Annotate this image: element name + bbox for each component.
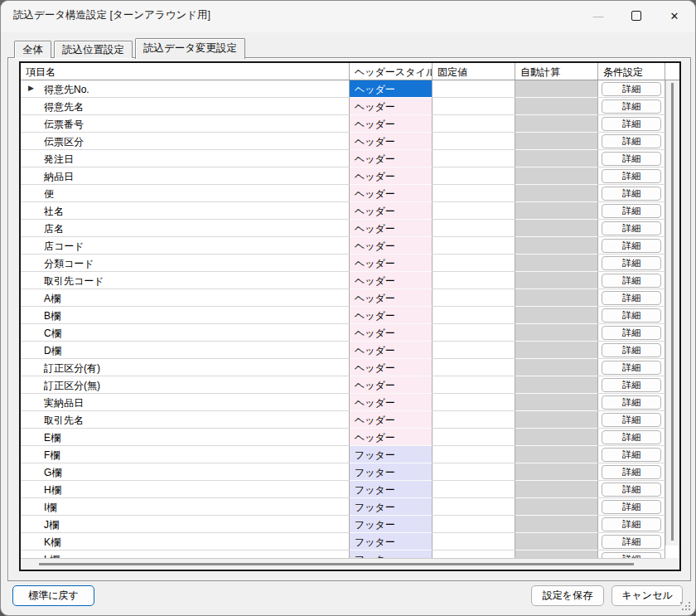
table-row[interactable]: 得意先名 ヘッダー 詳細 (21, 98, 665, 115)
detail-button[interactable]: 詳細 (602, 256, 661, 270)
header-style-cell[interactable]: フッター (350, 516, 433, 533)
fixed-value-cell[interactable] (433, 551, 515, 558)
table-row[interactable]: 取引先名 ヘッダー 詳細 (21, 411, 665, 429)
fixed-value-cell[interactable] (433, 115, 515, 133)
item-name-cell[interactable]: D欄 (21, 342, 350, 359)
item-name-cell[interactable]: 実納品日 (21, 394, 350, 411)
header-style-cell[interactable]: ヘッダー (350, 324, 433, 342)
table-row[interactable]: 発注日 ヘッダー 詳細 (21, 150, 665, 167)
header-style-cell[interactable]: ヘッダー (350, 429, 433, 446)
fixed-value-cell[interactable] (433, 411, 515, 429)
table-row[interactable]: B欄 ヘッダー 詳細 (21, 307, 665, 324)
fixed-value-cell[interactable] (433, 324, 515, 342)
detail-button[interactable]: 詳細 (602, 552, 661, 559)
item-name-cell[interactable]: G欄 (21, 463, 350, 481)
header-style-cell[interactable]: ヘッダー (350, 80, 433, 98)
item-name-cell[interactable]: 店コード (21, 237, 350, 255)
fixed-value-cell[interactable] (433, 533, 515, 551)
detail-button[interactable]: 詳細 (602, 448, 661, 462)
table-row[interactable]: F欄 フッター 詳細 (21, 446, 665, 463)
detail-button[interactable]: 詳細 (602, 134, 661, 148)
item-name-cell[interactable]: K欄 (21, 533, 350, 551)
item-name-cell[interactable]: J欄 (21, 516, 350, 533)
header-style-cell[interactable]: ヘッダー (350, 411, 433, 429)
table-row[interactable]: 店コード ヘッダー 詳細 (21, 237, 665, 255)
detail-button[interactable]: 詳細 (602, 308, 661, 323)
table-row[interactable]: 伝票番号 ヘッダー 詳細 (21, 115, 665, 133)
table-row[interactable]: 訂正区分(無) ヘッダー 詳細 (21, 376, 665, 394)
fixed-value-cell[interactable] (433, 185, 515, 202)
cancel-button[interactable]: キャンセル (611, 585, 683, 606)
fixed-value-cell[interactable] (433, 446, 515, 463)
item-name-cell[interactable]: 便 (21, 185, 350, 202)
item-name-cell[interactable]: 発注日 (21, 150, 350, 167)
table-row[interactable]: 分類コード ヘッダー 詳細 (21, 255, 665, 272)
header-style-cell[interactable]: ヘッダー (350, 272, 433, 289)
save-settings-button[interactable]: 設定を保存 (531, 585, 604, 606)
detail-button[interactable]: 詳細 (602, 221, 661, 235)
fixed-value-cell[interactable] (433, 220, 515, 237)
header-style-cell[interactable]: ヘッダー (350, 220, 433, 237)
detail-button[interactable]: 詳細 (602, 535, 661, 549)
fixed-value-cell[interactable] (433, 307, 515, 324)
detail-button[interactable]: 詳細 (602, 430, 661, 444)
detail-button[interactable]: 詳細 (602, 274, 661, 288)
fixed-value-cell[interactable] (433, 429, 515, 446)
header-style-cell[interactable]: フッター (350, 446, 433, 463)
header-style-cell[interactable]: ヘッダー (350, 307, 433, 324)
detail-button[interactable]: 詳細 (602, 395, 661, 410)
item-name-cell[interactable]: 店名 (21, 220, 350, 237)
fixed-value-cell[interactable] (433, 498, 515, 516)
header-style-cell[interactable]: ヘッダー (350, 237, 433, 255)
header-style-cell[interactable]: フッター (350, 551, 433, 558)
item-name-cell[interactable]: B欄 (21, 307, 350, 324)
header-style-cell[interactable]: ヘッダー (350, 255, 433, 272)
header-style-cell[interactable]: ヘッダー (350, 376, 433, 394)
header-style-cell[interactable]: ヘッダー (350, 394, 433, 411)
header-style-cell[interactable]: フッター (350, 498, 433, 516)
table-row[interactable]: 訂正区分(有) ヘッダー 詳細 (21, 359, 665, 376)
item-name-cell[interactable]: H欄 (21, 481, 350, 498)
table-row[interactable]: K欄 フッター 詳細 (21, 533, 665, 551)
header-style-cell[interactable]: ヘッダー (350, 342, 433, 359)
table-row[interactable]: L欄 フッター 詳細 (21, 551, 665, 558)
vertical-scrollbar[interactable] (665, 80, 679, 546)
table-row[interactable]: D欄 ヘッダー 詳細 (21, 342, 665, 359)
table-row[interactable]: 社名 ヘッダー 詳細 (21, 202, 665, 220)
table-row[interactable]: E欄 ヘッダー 詳細 (21, 429, 665, 446)
item-name-cell[interactable]: 訂正区分(有) (21, 359, 350, 376)
header-style-cell[interactable]: ヘッダー (350, 98, 433, 115)
detail-button[interactable]: 詳細 (602, 99, 661, 114)
detail-button[interactable]: 詳細 (602, 500, 661, 514)
tab-general[interactable]: 全体 (14, 41, 51, 58)
item-name-cell[interactable]: F欄 (21, 446, 350, 463)
header-style-cell[interactable]: ヘッダー (350, 133, 433, 150)
fixed-value-cell[interactable] (433, 376, 515, 394)
item-name-cell[interactable]: 取引先名 (21, 411, 350, 429)
item-name-cell[interactable]: 伝票区分 (21, 133, 350, 150)
detail-button[interactable]: 詳細 (602, 239, 661, 253)
detail-button[interactable]: 詳細 (602, 204, 661, 218)
item-name-cell[interactable]: 分類コード (21, 255, 350, 272)
table-row[interactable]: 便 ヘッダー 詳細 (21, 185, 665, 202)
fixed-value-cell[interactable] (433, 237, 515, 255)
detail-button[interactable]: 詳細 (602, 187, 661, 201)
fixed-value-cell[interactable] (433, 359, 515, 376)
table-row[interactable]: H欄 フッター 詳細 (21, 481, 665, 498)
maximize-icon[interactable] (617, 1, 655, 31)
item-name-cell[interactable]: C欄 (21, 324, 350, 342)
table-row[interactable]: G欄 フッター 詳細 (21, 463, 665, 481)
detail-button[interactable]: 詳細 (602, 413, 661, 427)
detail-button[interactable]: 詳細 (602, 152, 661, 166)
header-style-cell[interactable]: ヘッダー (350, 115, 433, 133)
item-name-cell[interactable]: E欄 (21, 429, 350, 446)
table-row[interactable]: J欄 フッター 詳細 (21, 516, 665, 533)
header-style-cell[interactable]: フッター (350, 463, 433, 481)
table-row[interactable]: 納品日 ヘッダー 詳細 (21, 167, 665, 185)
table-row[interactable]: 店名 ヘッダー 詳細 (21, 220, 665, 237)
table-row[interactable]: I欄 フッター 詳細 (21, 498, 665, 516)
item-name-cell[interactable]: 取引先コード (21, 272, 350, 289)
item-name-cell[interactable]: 社名 (21, 202, 350, 220)
header-style-cell[interactable]: ヘッダー (350, 167, 433, 185)
resize-grip[interactable] (680, 600, 691, 611)
